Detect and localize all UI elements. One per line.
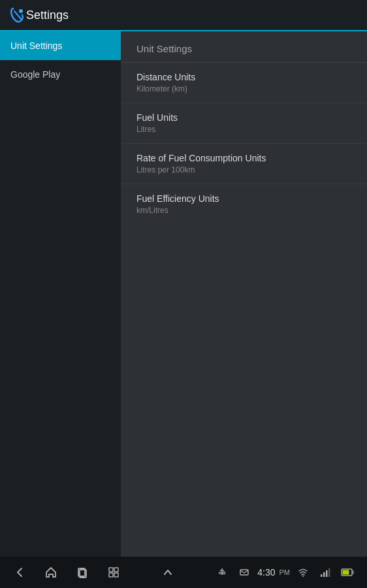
wifi-icon bbox=[294, 563, 312, 581]
usb-icon bbox=[213, 563, 231, 581]
svg-rect-15 bbox=[326, 570, 328, 577]
svg-rect-11 bbox=[240, 570, 248, 575]
settings-item-fuel-efficiency-units[interactable]: Fuel Efficiency Units km/Litres bbox=[121, 184, 367, 224]
settings-list: Distance Units Kilometer (km) Fuel Units… bbox=[121, 63, 367, 224]
mail-icon bbox=[235, 563, 253, 581]
back-icon[interactable] bbox=[10, 563, 29, 581]
battery-icon bbox=[338, 563, 357, 581]
clock-time: 4:30 bbox=[257, 567, 275, 578]
svg-point-12 bbox=[302, 576, 304, 577]
bottom-bar: 4:30 PM bbox=[0, 557, 367, 588]
sidebar-item-google-play[interactable]: Google Play bbox=[0, 60, 121, 89]
settings-item-distance-units-title: Distance Units bbox=[136, 72, 351, 82]
sidebar: Unit Settings Google Play bbox=[0, 31, 121, 557]
bottom-nav-left bbox=[10, 563, 123, 581]
recents-icon[interactable] bbox=[73, 563, 91, 581]
panel-title: Unit Settings bbox=[121, 31, 367, 63]
main-content: Unit Settings Google Play Unit Settings … bbox=[0, 31, 367, 557]
settings-item-fuel-consumption-units-title: Rate of Fuel Consumption Units bbox=[136, 153, 351, 163]
home-icon[interactable] bbox=[42, 563, 60, 581]
app-logo-icon bbox=[8, 6, 26, 24]
svg-point-0 bbox=[19, 9, 23, 13]
sidebar-item-google-play-label: Google Play bbox=[10, 69, 60, 80]
svg-rect-4 bbox=[114, 568, 118, 572]
bottom-nav-right: 4:30 PM bbox=[213, 563, 357, 581]
top-bar: Settings bbox=[0, 0, 367, 31]
sidebar-item-unit-settings-label: Unit Settings bbox=[10, 41, 62, 51]
svg-rect-10 bbox=[223, 572, 225, 574]
svg-point-9 bbox=[219, 572, 221, 574]
bottom-nav-center bbox=[159, 563, 177, 581]
settings-item-distance-units[interactable]: Distance Units Kilometer (km) bbox=[121, 63, 367, 103]
clock-ampm: PM bbox=[279, 568, 291, 576]
sidebar-item-unit-settings[interactable]: Unit Settings bbox=[0, 31, 121, 60]
settings-item-fuel-efficiency-units-title: Fuel Efficiency Units bbox=[136, 193, 351, 204]
page-title: Settings bbox=[26, 8, 69, 22]
settings-item-fuel-units[interactable]: Fuel Units Litres bbox=[121, 103, 367, 144]
settings-item-fuel-units-subtitle: Litres bbox=[136, 125, 351, 134]
svg-rect-18 bbox=[343, 570, 349, 575]
qr-icon[interactable] bbox=[104, 563, 123, 581]
settings-item-fuel-consumption-units[interactable]: Rate of Fuel Consumption Units Litres pe… bbox=[121, 144, 367, 184]
settings-item-fuel-consumption-units-subtitle: Litres per 100km bbox=[136, 165, 351, 174]
settings-item-fuel-units-title: Fuel Units bbox=[136, 112, 351, 123]
signal-icon bbox=[316, 563, 334, 581]
svg-rect-16 bbox=[328, 568, 330, 577]
settings-item-distance-units-subtitle: Kilometer (km) bbox=[136, 84, 351, 93]
svg-rect-14 bbox=[323, 572, 325, 577]
svg-rect-13 bbox=[321, 574, 323, 577]
settings-item-fuel-efficiency-units-subtitle: km/Litres bbox=[136, 206, 351, 215]
svg-rect-3 bbox=[109, 568, 113, 572]
svg-rect-5 bbox=[109, 573, 113, 577]
up-arrow-icon[interactable] bbox=[159, 563, 177, 581]
right-panel: Unit Settings Distance Units Kilometer (… bbox=[121, 31, 367, 557]
svg-rect-6 bbox=[114, 573, 118, 577]
